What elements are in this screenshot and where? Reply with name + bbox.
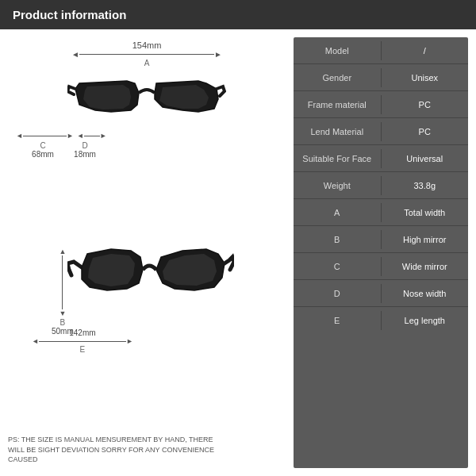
row-value: 33.8g [382, 176, 469, 195]
table-row: DNose width [294, 280, 468, 307]
row-value: High mirror [382, 230, 469, 249]
row-value: PC [382, 95, 469, 114]
table-row: CWide mirror [294, 253, 468, 280]
row-key: B [294, 230, 382, 249]
page-title: Product information [13, 8, 126, 21]
row-value: Wide mirror [382, 257, 469, 276]
row-key: Gender [294, 68, 382, 87]
table-row: BHigh mirror [294, 226, 468, 253]
row-key: Frame material [294, 95, 382, 114]
page-wrapper: Product information 154mm ◄ ► A [0, 0, 476, 476]
row-value: Total width [382, 203, 469, 222]
row-key: C [294, 257, 382, 276]
row-key: Suitable For Face [294, 149, 382, 168]
row-key: Model [294, 41, 382, 60]
dim-50-label: 50mm [52, 327, 74, 336]
table-row: ATotal width [294, 199, 468, 226]
table-row: ELeg length [294, 307, 468, 334]
row-key: A [294, 203, 382, 222]
info-table: Model/GenderUnisexFrame materialPCLend M… [294, 37, 468, 468]
table-row: Lend MaterialPC [294, 118, 468, 145]
row-value: PC [382, 122, 469, 141]
measurement-note: PS: THE SIZE IS MANUAL MENSUREMENT BY HA… [8, 435, 286, 465]
row-key: E [294, 311, 382, 330]
label-d: D [82, 141, 87, 150]
table-row: Frame materialPC [294, 91, 468, 118]
label-e: E [80, 345, 86, 354]
label-a-top: A [144, 59, 150, 67]
main-content: 154mm ◄ ► A [0, 29, 476, 476]
row-value: Universal [382, 149, 469, 168]
label-c: C [40, 141, 45, 150]
table-row: Weight33.8g [294, 172, 468, 199]
label-b: B [60, 318, 66, 327]
sunglasses-top-diagram [67, 69, 226, 129]
row-key: Lend Material [294, 122, 382, 141]
row-value: Nose width [382, 284, 469, 303]
dim-68-label: 68mm [32, 150, 54, 159]
table-row: Model/ [294, 37, 468, 64]
row-value: / [382, 41, 469, 60]
row-value: Unisex [382, 68, 469, 87]
table-row: GenderUnisex [294, 64, 468, 91]
row-key: Weight [294, 176, 382, 195]
row-key: D [294, 284, 382, 303]
sunglasses-bottom-diagram [67, 240, 234, 327]
row-value: Leg length [382, 311, 469, 330]
page-header: Product information [0, 0, 476, 29]
dim-18-label: 18mm [74, 150, 96, 159]
table-row: Suitable For FaceUniversal [294, 145, 468, 172]
dim-154-label: 154mm [132, 40, 162, 50]
left-panel: 154mm ◄ ► A [8, 37, 286, 468]
